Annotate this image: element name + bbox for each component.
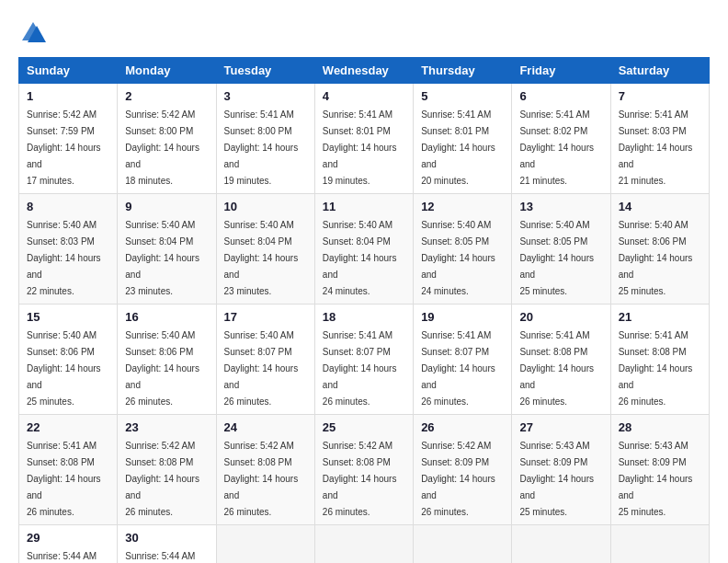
calendar-cell: 18Sunrise: 5:41 AMSunset: 8:07 PMDayligh… [314,304,413,415]
calendar-week-5: 29Sunrise: 5:44 AMSunset: 8:09 PMDayligh… [19,525,710,564]
calendar-cell: 22Sunrise: 5:41 AMSunset: 8:08 PMDayligh… [19,415,118,525]
day-number: 10 [224,200,307,213]
day-info: Sunrise: 5:43 AMSunset: 8:09 PMDaylight:… [619,441,693,517]
day-number: 23 [125,420,208,434]
calendar-cell: 4Sunrise: 5:41 AMSunset: 8:01 PMDaylight… [314,84,413,194]
day-number: 2 [125,89,208,103]
calendar-cell: 19Sunrise: 5:41 AMSunset: 8:07 PMDayligh… [414,304,512,415]
day-number: 16 [125,310,208,324]
header-monday: Monday [118,58,216,84]
day-number: 20 [519,310,602,324]
calendar-cell: 16Sunrise: 5:40 AMSunset: 8:06 PMDayligh… [118,304,216,415]
logo [18,18,51,48]
day-number: 30 [125,531,208,545]
calendar-cell: 6Sunrise: 5:41 AMSunset: 8:02 PMDaylight… [512,84,610,194]
day-info: Sunrise: 5:41 AMSunset: 8:03 PMDaylight:… [619,109,693,186]
calendar-cell: 2Sunrise: 5:42 AMSunset: 8:00 PMDaylight… [118,84,216,194]
day-info: Sunrise: 5:41 AMSunset: 8:01 PMDaylight:… [421,109,495,186]
calendar-cell: 11Sunrise: 5:40 AMSunset: 8:04 PMDayligh… [314,194,413,304]
calendar-cell: 21Sunrise: 5:41 AMSunset: 8:08 PMDayligh… [610,304,709,415]
calendar-cell: 30Sunrise: 5:44 AMSunset: 8:09 PMDayligh… [118,525,216,564]
calendar-cell: 8Sunrise: 5:40 AMSunset: 8:03 PMDaylight… [19,194,118,304]
calendar-week-4: 22Sunrise: 5:41 AMSunset: 8:08 PMDayligh… [19,415,710,525]
day-info: Sunrise: 5:40 AMSunset: 8:06 PMDaylight:… [125,330,199,407]
calendar-week-1: 1Sunrise: 5:42 AMSunset: 7:59 PMDaylight… [19,84,710,194]
day-info: Sunrise: 5:40 AMSunset: 8:04 PMDaylight:… [224,220,299,296]
header-sunday: Sunday [19,58,118,84]
calendar-cell: 5Sunrise: 5:41 AMSunset: 8:01 PMDaylight… [414,84,512,194]
day-number: 22 [27,420,109,434]
calendar-cell: 14Sunrise: 5:40 AMSunset: 8:06 PMDayligh… [610,194,709,304]
day-info: Sunrise: 5:42 AMSunset: 8:08 PMDaylight:… [125,441,199,517]
day-number: 1 [27,89,109,103]
day-info: Sunrise: 5:42 AMSunset: 7:59 PMDaylight:… [27,109,101,186]
calendar-cell: 1Sunrise: 5:42 AMSunset: 7:59 PMDaylight… [19,84,118,194]
calendar-cell: 20Sunrise: 5:41 AMSunset: 8:08 PMDayligh… [512,304,610,415]
header-wednesday: Wednesday [314,58,413,84]
header-row: SundayMondayTuesdayWednesdayThursdayFrid… [19,58,710,84]
day-info: Sunrise: 5:41 AMSunset: 8:08 PMDaylight:… [27,441,101,517]
calendar-cell [414,525,512,564]
header-thursday: Thursday [414,58,512,84]
calendar-cell [512,525,610,564]
header-saturday: Saturday [610,58,709,84]
calendar-cell: 9Sunrise: 5:40 AMSunset: 8:04 PMDaylight… [118,194,216,304]
day-number: 4 [323,89,405,103]
calendar-cell [314,525,413,564]
calendar-week-3: 15Sunrise: 5:40 AMSunset: 8:06 PMDayligh… [19,304,710,415]
day-number: 28 [619,420,701,434]
day-number: 5 [421,89,504,103]
day-info: Sunrise: 5:40 AMSunset: 8:04 PMDaylight:… [323,220,397,296]
calendar-week-2: 8Sunrise: 5:40 AMSunset: 8:03 PMDaylight… [19,194,710,304]
calendar-cell: 12Sunrise: 5:40 AMSunset: 8:05 PMDayligh… [414,194,512,304]
day-number: 13 [519,200,602,213]
day-info: Sunrise: 5:40 AMSunset: 8:05 PMDaylight:… [519,220,594,296]
day-number: 12 [421,200,504,213]
calendar-cell: 13Sunrise: 5:40 AMSunset: 8:05 PMDayligh… [512,194,610,304]
day-number: 17 [224,310,307,324]
calendar-cell: 28Sunrise: 5:43 AMSunset: 8:09 PMDayligh… [610,415,709,525]
day-info: Sunrise: 5:40 AMSunset: 8:06 PMDaylight:… [27,330,101,407]
day-info: Sunrise: 5:41 AMSunset: 8:07 PMDaylight:… [421,330,495,407]
day-info: Sunrise: 5:40 AMSunset: 8:07 PMDaylight:… [224,330,299,407]
calendar-cell: 10Sunrise: 5:40 AMSunset: 8:04 PMDayligh… [216,194,314,304]
day-number: 3 [224,89,307,103]
calendar-cell [216,525,314,564]
page-header [18,18,710,48]
day-number: 15 [27,310,109,324]
day-number: 29 [27,531,109,545]
day-number: 24 [224,420,307,434]
day-number: 26 [421,420,504,434]
calendar-cell: 25Sunrise: 5:42 AMSunset: 8:08 PMDayligh… [314,415,413,525]
day-info: Sunrise: 5:42 AMSunset: 8:09 PMDaylight:… [421,441,495,517]
day-number: 7 [619,89,701,103]
calendar-cell: 27Sunrise: 5:43 AMSunset: 8:09 PMDayligh… [512,415,610,525]
calendar-table: SundayMondayTuesdayWednesdayThursdayFrid… [18,57,710,563]
day-info: Sunrise: 5:40 AMSunset: 8:03 PMDaylight:… [27,220,101,296]
day-info: Sunrise: 5:42 AMSunset: 8:00 PMDaylight:… [125,109,199,186]
day-info: Sunrise: 5:43 AMSunset: 8:09 PMDaylight:… [519,441,594,517]
calendar-cell: 26Sunrise: 5:42 AMSunset: 8:09 PMDayligh… [414,415,512,525]
day-number: 9 [125,200,208,213]
day-info: Sunrise: 5:44 AMSunset: 8:09 PMDaylight:… [27,551,101,563]
day-info: Sunrise: 5:41 AMSunset: 8:07 PMDaylight:… [323,330,397,407]
day-number: 18 [323,310,405,324]
day-number: 21 [619,310,701,324]
day-number: 25 [323,420,405,434]
header-tuesday: Tuesday [216,58,314,84]
calendar-cell: 24Sunrise: 5:42 AMSunset: 8:08 PMDayligh… [216,415,314,525]
day-number: 27 [519,420,602,434]
day-info: Sunrise: 5:41 AMSunset: 8:08 PMDaylight:… [519,330,594,407]
day-info: Sunrise: 5:40 AMSunset: 8:04 PMDaylight:… [125,220,199,296]
day-info: Sunrise: 5:41 AMSunset: 8:02 PMDaylight:… [519,109,594,186]
day-info: Sunrise: 5:41 AMSunset: 8:00 PMDaylight:… [224,109,299,186]
calendar-cell [610,525,709,564]
day-info: Sunrise: 5:44 AMSunset: 8:09 PMDaylight:… [125,551,199,563]
day-number: 19 [421,310,504,324]
logo-icon [18,18,48,48]
day-number: 8 [27,200,109,213]
day-info: Sunrise: 5:40 AMSunset: 8:05 PMDaylight:… [421,220,495,296]
day-info: Sunrise: 5:40 AMSunset: 8:06 PMDaylight:… [619,220,693,296]
calendar-cell: 3Sunrise: 5:41 AMSunset: 8:00 PMDaylight… [216,84,314,194]
calendar-cell: 15Sunrise: 5:40 AMSunset: 8:06 PMDayligh… [19,304,118,415]
